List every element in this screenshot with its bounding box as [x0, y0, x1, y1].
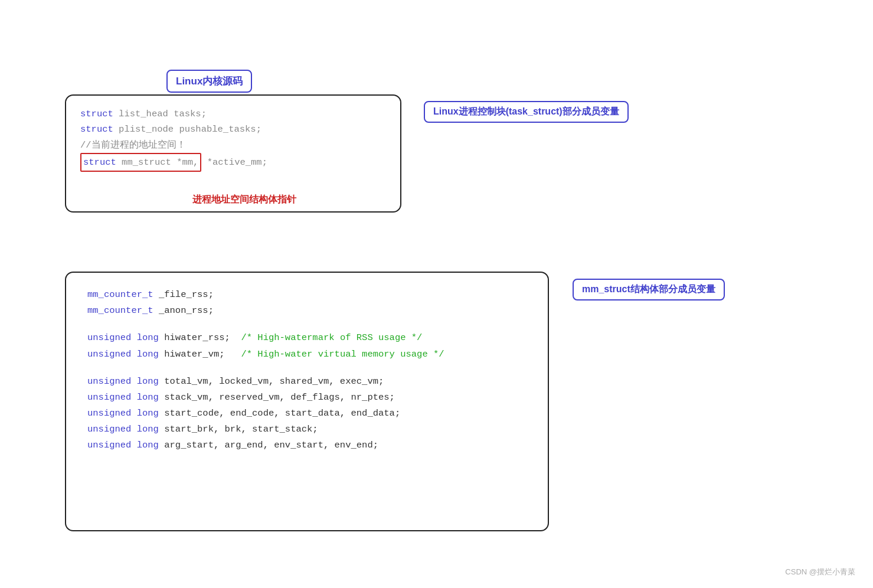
- task-struct-label-text: Linux进程控制块(task_struct)部分成员变量: [433, 106, 619, 116]
- code-line-1: struct list_head tasks;: [80, 106, 386, 122]
- linux-kernel-label-text: Linux内核源码: [176, 76, 243, 87]
- process-addr-label: 进程地址空间结构体指针: [192, 194, 296, 206]
- csdn-watermark: CSDN @摆烂小青菜: [785, 567, 855, 577]
- bottom-code-line-1: mm_counter_t _file_rss;: [87, 287, 527, 303]
- bottom-code-line-2: mm_counter_t _anon_rss;: [87, 303, 527, 319]
- page-container: Linux内核源码 struct list_head tasks; struct…: [0, 0, 873, 588]
- bottom-code-line-8: unsigned long start_brk, brk, start_stac…: [87, 422, 527, 437]
- task-struct-label: Linux进程控制块(task_struct)部分成员变量: [424, 101, 629, 123]
- process-addr-label-text: 进程地址空间结构体指针: [192, 194, 296, 204]
- code-line-4: struct mm_struct *mm, *active_mm;: [80, 153, 386, 172]
- watermark-text: CSDN @摆烂小青菜: [785, 567, 855, 576]
- mm-struct-label: mm_struct结构体部分成员变量: [573, 279, 725, 300]
- bottom-code-line-6: unsigned long stack_vm, reserved_vm, def…: [87, 390, 527, 406]
- bottom-code-line-4: unsigned long hiwater_vm; /* High-water …: [87, 347, 527, 362]
- empty-line-1: [87, 319, 527, 330]
- empty-line-2: [87, 362, 527, 374]
- code-line-2: struct plist_node pushable_tasks;: [80, 122, 386, 137]
- bottom-code-line-3: unsigned long hiwater_rss; /* High-water…: [87, 330, 527, 346]
- bottom-code-line-7: unsigned long start_code, end_code, star…: [87, 406, 527, 422]
- code-line-3: //当前进程的地址空间！: [80, 138, 386, 153]
- bottom-code-box: mm_counter_t _file_rss; mm_counter_t _an…: [65, 272, 549, 531]
- bottom-code-line-9: unsigned long arg_start, arg_end, env_st…: [87, 437, 527, 453]
- mm-struct-label-text: mm_struct结构体部分成员变量: [582, 284, 715, 294]
- linux-kernel-label: Linux内核源码: [166, 70, 252, 93]
- bottom-code-line-5: unsigned long total_vm, locked_vm, share…: [87, 374, 527, 390]
